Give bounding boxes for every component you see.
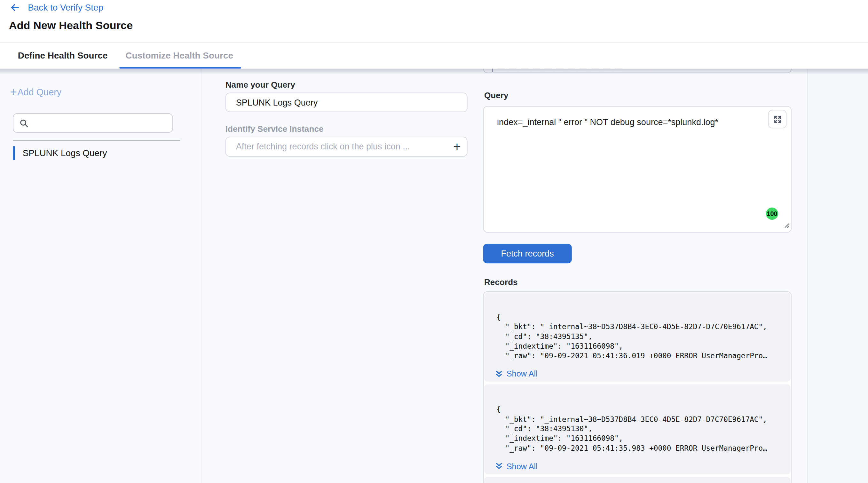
search-input[interactable] (33, 119, 173, 128)
back-arrow-icon (9, 2, 20, 13)
service-instance-input[interactable] (225, 137, 468, 157)
query-textarea[interactable]: index=_internal " error " NOT debug sour… (483, 106, 792, 233)
query-search-box (13, 113, 173, 133)
query-sidebar: + Add Query SPLUNK Logs Query (0, 69, 202, 483)
show-all-label: Show All (506, 370, 538, 379)
tab-define-health-source[interactable]: Define Health Source (18, 43, 108, 68)
fetch-records-button[interactable]: Fetch records (483, 244, 571, 263)
service-instance-field-wrap: + (225, 137, 468, 157)
tab-customize-health-source[interactable]: Customize Health Source (125, 43, 233, 68)
active-tab-underline (119, 66, 241, 68)
expand-query-button[interactable] (768, 110, 787, 129)
search-icon (20, 119, 28, 128)
add-query-button[interactable]: + Add Query (10, 86, 61, 97)
record-count-badge: 100 (766, 208, 778, 220)
add-service-instance-plus-icon[interactable]: + (453, 138, 461, 156)
expand-icon (773, 115, 782, 123)
sidebar-divider (13, 140, 180, 141)
tab-bar: Define Health Source Customize Health So… (0, 43, 868, 68)
right-panel-strip (807, 69, 868, 483)
records-list: { "_bkt": "_internal~38~D537D8B4-3EC0-4D… (483, 291, 792, 483)
double-chevron-down-icon (495, 370, 503, 378)
record-card-clipped (484, 477, 790, 483)
query-label: Query (484, 91, 508, 100)
header-divider (0, 42, 868, 43)
query-text: index=_internal " error " NOT debug sour… (497, 117, 718, 127)
show-all-label: Show All (506, 462, 538, 471)
record-card: { "_bkt": "_internal~38~D537D8B4-3EC0-4D… (484, 385, 790, 474)
sidebar-item-splunk-logs-query[interactable]: SPLUNK Logs Query (13, 146, 107, 160)
back-link[interactable]: Back to Verify Step (9, 2, 103, 13)
resize-handle[interactable] (782, 220, 789, 230)
name-query-label: Name your Query (225, 80, 295, 89)
page-title: Add New Health Source (9, 19, 133, 32)
page: Back to Verify Step Add New Health Sourc… (0, 0, 868, 483)
record-json: { "_bkt": "_internal~38~D537D8B4-3EC0-4D… (484, 385, 790, 453)
show-all-link[interactable]: Show All (495, 462, 790, 471)
record-json: { "_bkt": "_internal~38~D537D8B4-3EC0-4D… (484, 292, 790, 361)
selected-indicator-bar (13, 146, 15, 160)
records-label: Records (484, 277, 518, 287)
show-all-link[interactable]: Show All (495, 370, 790, 379)
query-name-input[interactable] (225, 93, 468, 112)
identify-service-instance-label: Identify Service Instance (225, 124, 324, 133)
double-chevron-down-icon (495, 463, 503, 470)
add-query-label: Add Query (18, 87, 62, 97)
record-card: { "_bkt": "_internal~38~D537D8B4-3EC0-4D… (484, 292, 790, 382)
plus-icon: + (10, 86, 17, 97)
content-area: + Add Query SPLUNK Logs Query Name your … (0, 69, 868, 483)
app-header: Back to Verify Step Add New Health Sourc… (0, 0, 868, 43)
back-link-label: Back to Verify Step (28, 3, 103, 12)
query-item-label: SPLUNK Logs Query (23, 148, 107, 158)
